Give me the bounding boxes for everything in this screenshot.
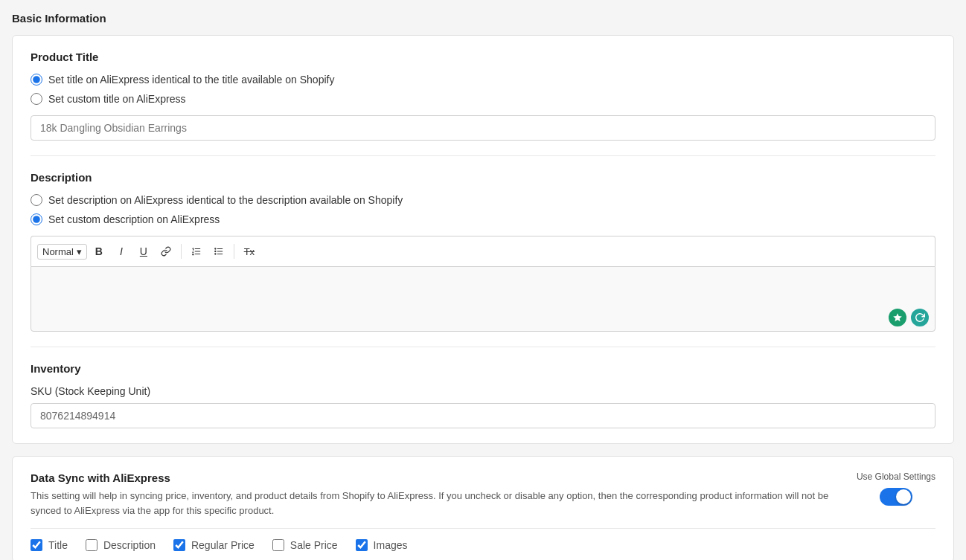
clear-format-button[interactable]: Tx: [239, 241, 260, 262]
inventory-section: Inventory SKU (Stock Keeping Unit): [31, 362, 935, 428]
sync-images-checkbox[interactable]: [356, 539, 368, 551]
italic-button[interactable]: I: [111, 241, 132, 262]
sync-checkbox-description[interactable]: Description: [86, 539, 156, 551]
chevron-down-icon: ▾: [77, 246, 82, 257]
radio-custom-description[interactable]: Set custom description on AliExpress: [31, 213, 935, 225]
link-button[interactable]: [156, 241, 176, 262]
unordered-list-icon: [214, 246, 224, 257]
toggle-knob: [896, 489, 911, 504]
svg-point-9: [215, 254, 216, 254]
sync-title: Data Sync with AliExpress: [31, 472, 849, 484]
sync-description-checkbox[interactable]: [86, 539, 97, 551]
section-divider-2: [31, 347, 935, 347]
sync-checkbox-sale-price[interactable]: Sale Price: [272, 539, 338, 551]
bold-button[interactable]: B: [89, 241, 109, 262]
format-select[interactable]: Normal ▾: [37, 244, 87, 260]
sync-toggle-area: Use Global Settings: [857, 472, 935, 506]
section-divider-1: [31, 155, 935, 156]
radio-shopify-description-input[interactable]: [31, 194, 42, 206]
radio-custom-title[interactable]: Set custom title on AliExpress: [31, 93, 935, 105]
editor-body: [31, 266, 935, 332]
sync-checkboxes-row: Title Description Regular Price Sale Pri…: [31, 528, 935, 560]
radio-shopify-title-input[interactable]: [31, 74, 42, 86]
svg-point-7: [215, 248, 216, 249]
ordered-list-icon: [191, 246, 202, 257]
editor-footer: [31, 304, 935, 331]
description-section: Description Set description on AliExpres…: [31, 171, 935, 332]
unordered-list-button[interactable]: [208, 241, 229, 262]
basic-information-card: Product Title Set title on AliExpress id…: [12, 35, 954, 444]
product-title-input[interactable]: [31, 115, 935, 141]
inventory-heading: Inventory: [31, 362, 935, 375]
product-title-radio-group: Set title on AliExpress identical to the…: [31, 74, 935, 105]
sync-regular-price-checkbox[interactable]: [173, 539, 185, 551]
sync-toggle-label: Use Global Settings: [857, 472, 935, 483]
link-icon: [161, 246, 171, 257]
page-title: Basic Information: [12, 12, 954, 25]
regenerate-icon[interactable]: [911, 309, 929, 326]
svg-point-8: [215, 251, 216, 251]
sync-description: This setting will help in syncing price,…: [31, 489, 849, 518]
toolbar-separator-1: [181, 244, 182, 259]
sync-checkbox-title[interactable]: Title: [31, 539, 68, 551]
editor-content[interactable]: [31, 267, 935, 304]
underline-button[interactable]: U: [133, 241, 154, 262]
ai-write-icon[interactable]: [889, 309, 906, 326]
radio-custom-description-input[interactable]: [31, 213, 42, 225]
sync-checkbox-regular-price[interactable]: Regular Price: [173, 539, 255, 551]
sync-sale-price-checkbox[interactable]: [272, 539, 284, 551]
toolbar-separator-2: [234, 244, 234, 259]
sku-label: SKU (Stock Keeping Unit): [31, 385, 935, 397]
ordered-list-button[interactable]: [186, 241, 207, 262]
rich-text-editor: Normal ▾ B I U Tx: [31, 236, 935, 332]
sku-input[interactable]: [31, 403, 935, 428]
product-title-section: Product Title Set title on AliExpress id…: [31, 51, 935, 141]
description-heading: Description: [31, 171, 935, 184]
editor-toolbar: Normal ▾ B I U Tx: [31, 236, 935, 266]
description-radio-group: Set description on AliExpress identical …: [31, 194, 935, 225]
use-global-settings-toggle[interactable]: [880, 488, 912, 506]
radio-shopify-description[interactable]: Set description on AliExpress identical …: [31, 194, 935, 206]
sync-header: Data Sync with AliExpress This setting w…: [31, 472, 935, 518]
sync-info: Data Sync with AliExpress This setting w…: [31, 472, 849, 518]
radio-shopify-title[interactable]: Set title on AliExpress identical to the…: [31, 74, 935, 86]
radio-custom-title-input[interactable]: [31, 93, 42, 105]
sync-title-checkbox[interactable]: [31, 539, 42, 551]
data-sync-card: Data Sync with AliExpress This setting w…: [12, 456, 954, 560]
product-title-heading: Product Title: [31, 51, 935, 63]
sync-checkbox-images[interactable]: Images: [356, 539, 408, 551]
